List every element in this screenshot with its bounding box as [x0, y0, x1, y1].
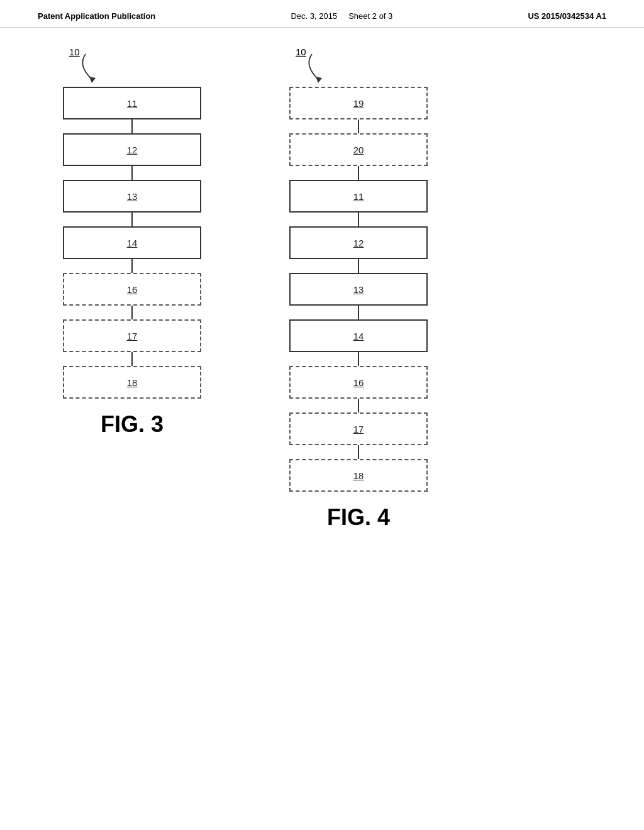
fig3-label-13: 13 [127, 191, 138, 202]
svg-marker-0 [89, 77, 96, 83]
fig4-label-20: 20 [353, 145, 364, 155]
fig4-box-16: 16 [289, 366, 428, 399]
fig3-connector-2 [131, 166, 133, 180]
fig4-box-12: 12 [289, 226, 428, 259]
header-left: Patent Application Publication [38, 11, 155, 21]
fig4-connector-5 [358, 306, 359, 319]
fig4-box-17: 17 [289, 412, 428, 445]
fig3-box-12: 12 [63, 133, 201, 166]
fig3-label-12: 12 [127, 145, 138, 155]
fig4-box-18: 18 [289, 459, 428, 492]
fig3-connector-6 [131, 352, 133, 366]
fig4-label-18: 18 [353, 470, 364, 481]
fig4-label-14: 14 [353, 331, 364, 341]
fig4-box-20: 20 [289, 133, 428, 166]
fig3-connector-5 [131, 306, 133, 319]
fig4-label-13: 13 [353, 284, 364, 295]
fig4-label-12: 12 [353, 238, 364, 248]
fig4-connector-6 [358, 352, 359, 366]
fig3-connector-4 [131, 259, 133, 273]
fig4-arrow-icon [301, 53, 345, 87]
fig3-box-11: 11 [63, 87, 201, 119]
fig4-box-11: 11 [289, 180, 428, 213]
fig4-connector-7 [358, 399, 359, 412]
fig3-box-14: 14 [63, 226, 201, 259]
figure-3: 10 11 12 13 14 16 [38, 47, 226, 531]
fig4-connector-4 [358, 259, 359, 273]
svg-marker-1 [316, 77, 322, 83]
fig3-box-17: 17 [63, 319, 201, 352]
fig4-connector-3 [358, 213, 359, 226]
fig3-box-13: 13 [63, 180, 201, 213]
fig4-connector-1 [358, 119, 359, 133]
fig3-label-17: 17 [127, 331, 138, 341]
header-sheet: Sheet 2 of 3 [348, 11, 392, 21]
fig4-label-17: 17 [353, 424, 364, 434]
fig4-box-14: 14 [289, 319, 428, 352]
fig3-connector-3 [131, 213, 133, 226]
fig4-label-11: 11 [353, 191, 364, 202]
header-center: Dec. 3, 2015 Sheet 2 of 3 [291, 11, 392, 21]
fig3-box-16: 16 [63, 273, 201, 306]
figure-4: 10 19 20 11 12 13 [264, 47, 453, 531]
fig3-connector-1 [131, 119, 133, 133]
fig4-caption: FIG. 4 [327, 504, 390, 531]
fig3-label-18: 18 [127, 377, 138, 388]
fig4-connector-8 [358, 445, 359, 459]
page-header: Patent Application Publication Dec. 3, 2… [0, 0, 644, 28]
fig4-label-19: 19 [353, 98, 364, 109]
fig3-label-11: 11 [127, 98, 138, 109]
fig3-caption: FIG. 3 [101, 411, 164, 438]
fig4-box-13: 13 [289, 273, 428, 306]
fig4-label-16: 16 [353, 377, 364, 388]
fig3-label-16: 16 [127, 284, 138, 295]
fig3-box-18: 18 [63, 366, 201, 399]
header-date: Dec. 3, 2015 [291, 11, 337, 21]
fig3-arrow-icon [74, 53, 118, 87]
fig3-label-14: 14 [127, 238, 138, 248]
fig4-connector-2 [358, 166, 359, 180]
main-content: 10 11 12 13 14 16 [0, 28, 644, 550]
header-right: US 2015/0342534 A1 [528, 11, 606, 21]
fig4-box-19: 19 [289, 87, 428, 119]
